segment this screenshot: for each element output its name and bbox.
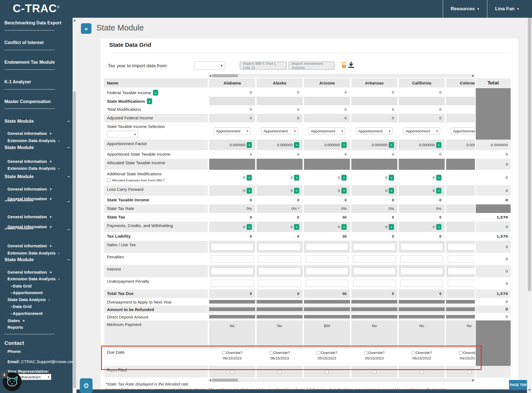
expand-toggle[interactable]: +	[50, 131, 52, 136]
sidebar-item-general-information[interactable]: General Information+	[0, 214, 73, 219]
sidebar-item-reports[interactable]: Reports	[0, 324, 73, 330]
sidebar-item--apportionment[interactable]: –Apportionment	[0, 310, 73, 316]
apportionment-select[interactable]: Apportionment▾	[356, 127, 393, 135]
sidebar-item-benchmarking-data-export[interactable]: Benchmarking Data Export	[0, 20, 73, 26]
expand-chevron-button[interactable]: ›	[436, 175, 441, 181]
expand-chevron-button[interactable]: ›	[294, 175, 299, 181]
sidebar-item-state-module[interactable]: State Module−	[0, 145, 73, 150]
expand-chevron-button[interactable]: ›	[153, 90, 158, 96]
expand-toggle[interactable]: -	[48, 297, 50, 302]
expand-chevron-button[interactable]: ›	[247, 142, 252, 148]
tax-amount-input[interactable]	[400, 280, 443, 287]
checkbox[interactable]	[107, 178, 111, 182]
checkbox[interactable]	[459, 351, 462, 355]
sidebar-item-general-information[interactable]: General Information+	[0, 243, 73, 248]
scroll-left-arrow-icon[interactable]	[209, 75, 211, 77]
collapse-sidebar-button[interactable]: «	[81, 23, 91, 34]
sidebar-item-state-module[interactable]: State Module−	[0, 257, 73, 263]
expand-chevron-button[interactable]: ›	[294, 224, 299, 230]
sidebar-item-conflict-of-interest[interactable]: Conflict of Interest	[0, 40, 73, 45]
expand-chevron-button[interactable]: ›	[341, 175, 347, 181]
tax-amount-input[interactable]	[306, 255, 348, 263]
tax-amount-input[interactable]	[306, 268, 348, 275]
tax-amount-input[interactable]	[258, 280, 301, 287]
expand-toggle[interactable]: +	[50, 187, 52, 191]
checkbox[interactable]	[373, 370, 376, 374]
checkbox[interactable]	[222, 351, 226, 355]
expand-chevron-button[interactable]: ›	[389, 175, 394, 181]
collapse-minus-icon[interactable]: −	[67, 119, 70, 124]
grid-horizontal-scrollbar-top[interactable]	[208, 74, 475, 78]
apportionment-select[interactable]: Apportionment▾	[403, 127, 440, 135]
tax-amount-input[interactable]	[353, 255, 396, 263]
tax-amount-input[interactable]	[306, 243, 348, 250]
sidebar-item-general-information[interactable]: General Information+	[0, 269, 73, 275]
expand-chevron-button[interactable]: ›	[294, 188, 299, 194]
sidebar-item-k-1-analyzer[interactable]: K-1 Analyzer	[0, 79, 73, 85]
apportionment-select[interactable]: Apportionment▾	[261, 127, 298, 135]
scrollbar-thumb[interactable]	[212, 379, 238, 382]
tax-amount-input[interactable]	[211, 268, 254, 275]
expand-chevron-button[interactable]: ›	[294, 142, 299, 148]
expand-chevron-button[interactable]: ›	[436, 142, 441, 148]
expand-chevron-button[interactable]: ›	[341, 142, 347, 148]
sidebar-item-state-module[interactable]: State Module−	[0, 119, 73, 124]
tax-amount-input[interactable]	[448, 280, 475, 287]
page-scrollbar-thumb[interactable]	[528, 6, 531, 291]
sidebar-item--data-grid[interactable]: –Data Grid	[0, 304, 73, 309]
tax-amount-input[interactable]	[258, 243, 301, 250]
tax-amount-input[interactable]	[211, 243, 254, 250]
sidebar-scrollbar[interactable]	[73, 18, 76, 393]
tax-amount-input[interactable]	[448, 243, 475, 250]
sidebar-item--data-grid[interactable]: –Data Grid	[0, 283, 73, 289]
apportionment-select[interactable]: Apportionment▾	[309, 127, 345, 135]
expand-toggle[interactable]: +	[22, 318, 25, 323]
collapse-minus-icon[interactable]: −	[67, 174, 70, 179]
download-icon[interactable]	[348, 61, 354, 70]
expand-chevron-button[interactable]: ›	[341, 224, 347, 230]
expand-toggle[interactable]: -	[58, 138, 60, 143]
page-scrollbar[interactable]	[527, 0, 532, 393]
sidebar-item-extension-data-analysis[interactable]: Extension Data Analysis-	[0, 138, 73, 143]
sidebar-item-extension-data-analysis[interactable]: Extension Data Analysis-	[0, 276, 73, 281]
scroll-right-arrow-icon[interactable]	[472, 75, 474, 77]
expand-chevron-button[interactable]: ›	[147, 98, 152, 104]
sidebar-item-state-module[interactable]: State Module−	[0, 200, 73, 203]
sidebar-item-general-information[interactable]: General Information+	[0, 158, 73, 164]
expand-chevron-button[interactable]: ›	[247, 224, 252, 230]
tax-amount-input[interactable]	[306, 280, 348, 287]
checkbox[interactable]	[269, 351, 273, 355]
expand-chevron-button[interactable]: ›	[247, 175, 252, 181]
tax-amount-input[interactable]	[211, 280, 254, 287]
checkbox[interactable]	[278, 370, 282, 374]
import-year-select[interactable]: ▼	[194, 61, 225, 70]
sidebar-item-state-module[interactable]: State Module−	[0, 174, 73, 179]
scrollbar-thumb[interactable]	[212, 74, 238, 77]
tax-amount-input[interactable]	[353, 268, 396, 275]
tax-amount-input[interactable]	[258, 268, 301, 275]
collapse-minus-icon[interactable]: −	[67, 199, 70, 204]
tax-amount-input[interactable]	[353, 243, 396, 250]
grid-horizontal-scrollbar-bottom[interactable]	[208, 378, 475, 382]
checkbox[interactable]	[231, 370, 234, 374]
import-investment-activity-button[interactable]: Import Investment Activity	[288, 61, 335, 70]
sidebar-item-extension-data-analysis[interactable]: Extension Data Analysis-	[0, 165, 73, 171]
expand-chevron-button[interactable]: ›	[389, 188, 394, 194]
tax-amount-input[interactable]	[400, 255, 443, 263]
sidebar-item-state-data-analysis[interactable]: State Data Analysis-	[0, 297, 73, 302]
expand-chevron-button[interactable]: ›	[341, 188, 347, 194]
checkbox[interactable]	[325, 370, 329, 374]
collapse-minus-icon[interactable]: −	[67, 227, 70, 232]
apportionment-select[interactable]: Apportionment▾	[451, 127, 475, 135]
expand-chevron-button[interactable]: ›	[389, 224, 394, 230]
tax-amount-input[interactable]	[258, 255, 301, 263]
settings-button[interactable]: ⚙	[80, 378, 93, 393]
collapse-minus-icon[interactable]: −	[67, 257, 70, 262]
tax-amount-input[interactable]	[448, 268, 475, 275]
sidebar-item-general-information[interactable]: General Information+	[0, 130, 73, 136]
checkbox[interactable]	[411, 351, 415, 355]
sidebar-item-general-information[interactable]: General Information+	[0, 186, 73, 192]
state-taxable-income-selection-select[interactable]: ▾	[107, 131, 138, 138]
expand-chevron-button[interactable]: ›	[389, 142, 394, 148]
expand-toggle[interactable]: +	[50, 214, 52, 219]
